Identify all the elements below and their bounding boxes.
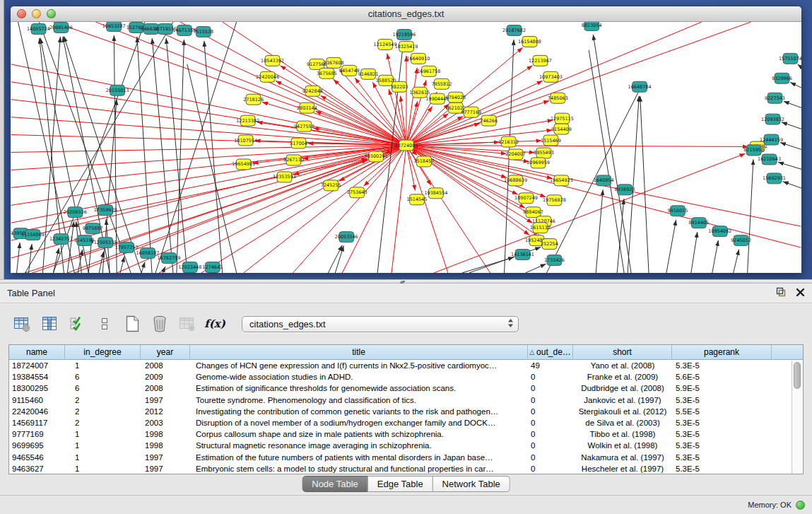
red-edge[interactable] bbox=[11, 117, 406, 146]
black-edge[interactable] bbox=[790, 82, 801, 88]
cell-name[interactable]: 9465546 bbox=[9, 453, 65, 462]
float-window-icon[interactable] bbox=[776, 287, 787, 300]
cell-out_de[interactable]: 0 bbox=[528, 384, 573, 392]
black-edge[interactable] bbox=[778, 162, 801, 170]
red-edge[interactable] bbox=[262, 102, 406, 145]
black-edge[interactable] bbox=[712, 240, 719, 273]
red-edge[interactable] bbox=[276, 81, 406, 146]
cell-name[interactable]: 9463627 bbox=[9, 465, 65, 473]
cell-year[interactable]: 1998 bbox=[141, 441, 190, 450]
black-edge[interactable] bbox=[114, 35, 117, 273]
table-row[interactable]: 2242004622012Investigating the contribut… bbox=[9, 406, 803, 417]
cell-title[interactable]: Corpus callosum shape and size in male p… bbox=[190, 430, 528, 438]
delete-column-icon[interactable] bbox=[151, 315, 169, 333]
cell-short[interactable]: Dudbridge et al. (2008) bbox=[573, 384, 672, 392]
black-edge[interactable] bbox=[166, 38, 187, 273]
table-row[interactable]: 1456911722003Disruption of a novel membe… bbox=[9, 417, 803, 428]
tab-node-table[interactable]: Node Table bbox=[302, 476, 368, 492]
cell-name[interactable]: 22420046 bbox=[9, 407, 65, 416]
cell-title[interactable]: Tourette syndrome. Phenomenology and cla… bbox=[190, 396, 528, 404]
cell-in_degree[interactable]: 1 bbox=[65, 361, 141, 370]
cell-pagerank[interactable]: 5.5E-5 bbox=[672, 407, 772, 416]
column-header-out_de[interactable]: △out_de… bbox=[528, 345, 573, 359]
network-canvas[interactable]: 1872400710543392224200469127568367568523… bbox=[11, 22, 801, 273]
cell-in_degree[interactable]: 6 bbox=[65, 373, 141, 381]
black-edge[interactable] bbox=[152, 38, 173, 273]
cell-out_de[interactable]: 0 bbox=[528, 441, 573, 450]
cell-in_degree[interactable]: 1 bbox=[65, 453, 141, 462]
cell-year[interactable]: 2008 bbox=[141, 361, 190, 370]
cell-title[interactable]: Estimation of the future numbers of pati… bbox=[190, 453, 528, 462]
red-edge[interactable] bbox=[406, 22, 751, 146]
black-edge[interactable] bbox=[29, 244, 33, 273]
black-edge[interactable] bbox=[187, 64, 237, 273]
cell-in_degree[interactable]: 2 bbox=[65, 407, 141, 416]
black-edge[interactable] bbox=[734, 250, 739, 273]
black-edge[interactable] bbox=[526, 264, 546, 273]
cell-out_de[interactable]: 0 bbox=[528, 407, 573, 416]
cell-name[interactable]: 9115460 bbox=[9, 396, 65, 404]
cell-name[interactable]: 18300295 bbox=[9, 384, 65, 392]
cell-out_de[interactable]: 0 bbox=[528, 465, 573, 473]
cell-year[interactable]: 2009 bbox=[141, 373, 190, 381]
black-edge[interactable] bbox=[640, 96, 649, 273]
cell-out_de[interactable]: 49 bbox=[528, 361, 573, 370]
cell-name[interactable]: 9699695 bbox=[9, 441, 65, 450]
create-column-icon[interactable] bbox=[123, 315, 141, 333]
window-titlebar[interactable]: citations_edges.txt bbox=[11, 6, 801, 22]
black-edge[interactable] bbox=[780, 143, 801, 151]
cell-short[interactable]: Wolkin et al. (1998) bbox=[573, 441, 672, 450]
cell-year[interactable]: 1997 bbox=[141, 453, 190, 462]
cell-pagerank[interactable]: 5.9E-5 bbox=[672, 384, 772, 392]
cell-pagerank[interactable]: 5.3E-5 bbox=[672, 441, 772, 450]
red-edge[interactable] bbox=[392, 146, 406, 273]
red-edge[interactable] bbox=[406, 68, 417, 146]
close-panel-icon[interactable] bbox=[796, 287, 805, 300]
vertical-scrollbar[interactable] bbox=[792, 361, 802, 474]
black-edge[interactable] bbox=[596, 189, 603, 273]
black-edge[interactable] bbox=[76, 221, 82, 273]
black-edge[interactable] bbox=[328, 245, 342, 273]
red-edge[interactable] bbox=[321, 95, 406, 145]
cell-short[interactable]: Jankovic et al. (1997) bbox=[573, 396, 672, 404]
black-edge[interactable] bbox=[78, 250, 82, 273]
black-edge[interactable] bbox=[798, 64, 801, 69]
black-edge[interactable] bbox=[155, 22, 237, 273]
red-edge[interactable] bbox=[406, 146, 748, 147]
cell-year[interactable]: 2008 bbox=[141, 384, 190, 392]
black-edge[interactable] bbox=[666, 220, 676, 273]
table-row[interactable]: 969969511998Structural magnetic resonanc… bbox=[9, 440, 803, 451]
table-selector-dropdown[interactable]: citations_edges.txt bbox=[242, 316, 519, 332]
scrollbar-thumb[interactable] bbox=[794, 362, 801, 389]
red-edge[interactable] bbox=[406, 101, 418, 145]
red-edge[interactable] bbox=[406, 66, 533, 146]
table-row[interactable]: 946554611997Estimation of the future num… bbox=[9, 452, 803, 463]
cell-in_degree[interactable]: 2 bbox=[65, 419, 141, 427]
table-row[interactable]: 1872400712008Changes of HCN gene express… bbox=[9, 360, 803, 371]
cell-pagerank[interactable]: 5.6E-5 bbox=[672, 373, 772, 381]
table-settings-icon[interactable] bbox=[13, 315, 31, 333]
cell-short[interactable]: Stergiakouli et al. (2012) bbox=[573, 407, 672, 416]
column-header-pagerank[interactable]: pagerank bbox=[672, 345, 772, 359]
cell-pagerank[interactable]: 5.3E-5 bbox=[672, 465, 772, 473]
column-header-in_degree[interactable]: in_degree bbox=[65, 345, 141, 359]
black-edge[interactable] bbox=[141, 262, 145, 273]
cell-title[interactable]: Disruption of a novel member of a sodium… bbox=[190, 419, 528, 427]
cell-pagerank[interactable]: 5.3E-5 bbox=[672, 361, 772, 370]
cell-pagerank[interactable]: 5.3E-5 bbox=[672, 419, 772, 427]
cell-name[interactable]: 14569117 bbox=[9, 419, 65, 427]
cell-short[interactable]: de Silva et al. (2003) bbox=[573, 419, 672, 427]
cell-year[interactable]: 1997 bbox=[141, 465, 190, 473]
black-edge[interactable] bbox=[137, 37, 152, 273]
black-edge[interactable] bbox=[784, 101, 801, 109]
red-edge[interactable] bbox=[117, 146, 406, 273]
cell-title[interactable]: Structural magnetic resonance image aver… bbox=[190, 441, 528, 450]
cell-out_de[interactable]: 0 bbox=[528, 396, 573, 404]
cell-name[interactable]: 9777169 bbox=[9, 430, 65, 438]
red-edge[interactable] bbox=[159, 146, 406, 273]
black-edge[interactable] bbox=[782, 122, 801, 130]
cell-name[interactable]: 18724007 bbox=[9, 361, 65, 370]
cell-short[interactable]: Nakamura et al. (1997) bbox=[573, 453, 672, 462]
black-edge[interactable] bbox=[783, 182, 801, 189]
cell-title[interactable]: Changes of HCN gene expression and I(f) … bbox=[190, 361, 528, 370]
